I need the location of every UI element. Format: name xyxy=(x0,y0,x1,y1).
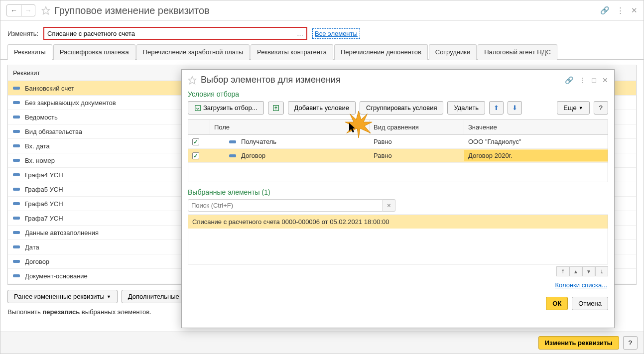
condition-row[interactable]: Договор Равно Договор 2020г. xyxy=(188,149,608,163)
change-input[interactable] xyxy=(44,30,294,37)
ok-button[interactable]: ОК xyxy=(546,297,568,310)
modal-header: Выбор элементов для изменения 🔗 ⋮ □ ✕ xyxy=(182,70,614,90)
modal-buttons: ОК Отмена xyxy=(182,292,614,315)
row-icon xyxy=(13,260,20,263)
cond-field: Получатель xyxy=(241,138,276,145)
chevron-down-icon: ▼ xyxy=(107,294,111,299)
move-up-button[interactable]: ⬆ xyxy=(489,101,504,115)
cond-field: Договор xyxy=(241,152,265,159)
close-icon[interactable]: ✕ xyxy=(631,6,638,15)
prev-changed-button[interactable]: Ранее измененные реквизиты ▼ xyxy=(7,290,118,303)
row-label: Ведомость xyxy=(25,114,58,121)
row-icon xyxy=(13,87,20,90)
row-label: Вх. дата xyxy=(25,142,50,150)
tab-salary-transfer[interactable]: Перечисление заработной платы xyxy=(136,44,250,60)
row-label: Графа4 УСН xyxy=(25,171,63,179)
header-bar: ← → Групповое изменение реквизитов 🔗 ⋮ ✕ xyxy=(0,0,644,21)
tab-deponent-transfer[interactable]: Перечисление депонентов xyxy=(334,44,428,60)
result-row[interactable]: Списание с расчетного счета 0000-000006 … xyxy=(188,215,608,229)
arrow-up-icon: ⬆ xyxy=(494,104,499,112)
row-icon xyxy=(229,140,236,143)
row-label: Дата xyxy=(25,243,39,251)
condition-checkbox[interactable] xyxy=(192,152,199,159)
tab-counterparty-req[interactable]: Реквизиты контрагента xyxy=(251,44,333,60)
modal-help-button[interactable]: ? xyxy=(594,101,608,115)
link-icon[interactable]: 🔗 xyxy=(600,6,610,15)
link-icon[interactable]: 🔗 xyxy=(565,76,573,84)
row-icon xyxy=(13,217,20,220)
cancel-button[interactable]: Отмена xyxy=(572,297,608,310)
search-input[interactable] xyxy=(188,199,383,212)
tab-requisites[interactable]: Реквизиты xyxy=(7,44,52,60)
cond-header-field: Поле xyxy=(210,120,370,134)
nav-buttons: ← → xyxy=(6,4,35,16)
row-icon xyxy=(13,245,20,248)
row-icon xyxy=(13,274,20,277)
row-icon xyxy=(13,144,20,147)
cond-val: Договор 2020г. xyxy=(464,150,608,161)
svg-marker-1 xyxy=(189,76,196,84)
select-dots-icon[interactable]: … xyxy=(294,30,306,37)
delete-button[interactable]: Удалить xyxy=(447,101,485,115)
row-icon xyxy=(13,116,20,118)
row-label: Договор xyxy=(25,258,49,265)
result-list: Списание с расчетного счета 0000-000006 … xyxy=(188,215,608,264)
row-label: Вх. номер xyxy=(25,157,55,164)
more-button[interactable]: Еще ▼ xyxy=(557,101,589,115)
back-button[interactable]: ← xyxy=(7,5,21,16)
page-title: Групповое изменение реквизитов xyxy=(54,5,600,16)
tab-employees[interactable]: Сотрудники xyxy=(429,44,477,60)
modal-nav-buttons: ⤒ ▲ ▼ ⤓ xyxy=(182,264,614,278)
row-icon xyxy=(13,130,20,133)
selected-section: Выбранные элементы (1) × Списание с расч… xyxy=(182,182,614,264)
additional-button[interactable]: Дополнительные xyxy=(122,290,186,303)
row-label: Документ-основание xyxy=(25,272,88,280)
load-filter-button[interactable]: Загрузить отбор... xyxy=(188,101,264,115)
cond-header-check xyxy=(188,120,210,134)
selected-section-title: Выбранные элементы (1) xyxy=(188,188,608,199)
nav-last-button[interactable]: ⤓ xyxy=(595,266,608,276)
form-row: Изменять: … Все элементы xyxy=(0,21,644,44)
columns-link[interactable]: Колонки списка... xyxy=(555,281,607,289)
row-icon xyxy=(13,101,20,104)
nav-down-button[interactable]: ▼ xyxy=(582,266,595,276)
tab-vat-agent[interactable]: Налоговый агент НДС xyxy=(478,44,557,60)
group-conditions-button[interactable]: Сгруппировать условия xyxy=(360,101,444,115)
move-down-button[interactable]: ⬇ xyxy=(508,101,522,115)
row-label: Графа6 УСН xyxy=(25,200,63,208)
row-label: Вид обязательства xyxy=(25,128,82,135)
row-icon xyxy=(13,188,20,191)
columns-link-row: Колонки списка... xyxy=(182,278,614,292)
menu-icon[interactable]: ⋮ xyxy=(617,6,624,15)
change-requisites-button[interactable]: Изменить реквизиты xyxy=(538,336,619,350)
svg-rect-2 xyxy=(195,105,201,111)
all-elements-link[interactable]: Все элементы xyxy=(312,28,360,39)
add-condition-button[interactable]: Добавить условие xyxy=(288,101,356,115)
condition-checkbox[interactable] xyxy=(192,138,199,145)
forward-button[interactable]: → xyxy=(21,5,35,16)
cond-comp: Равно xyxy=(370,150,464,161)
menu-icon[interactable]: ⋮ xyxy=(579,76,586,84)
save-filter-button[interactable] xyxy=(268,102,284,115)
row-icon xyxy=(13,202,20,205)
cond-header-comp: Вид сравнения xyxy=(370,120,464,134)
condition-row[interactable]: Получатель Равно ООО "Гладиолус" xyxy=(188,135,608,149)
load-icon xyxy=(194,105,201,112)
row-icon xyxy=(13,159,20,162)
favorite-icon[interactable] xyxy=(188,76,197,85)
select-elements-dialog: Выбор элементов для изменения 🔗 ⋮ □ ✕ Ус… xyxy=(181,69,615,328)
close-icon[interactable]: ✕ xyxy=(602,76,608,84)
tabs-bar: Реквизиты Расшифровка платежа Перечислен… xyxy=(0,44,644,60)
change-label: Изменять: xyxy=(7,30,38,37)
row-label: Графа5 УСН xyxy=(25,186,63,193)
nav-up-button[interactable]: ▲ xyxy=(569,266,582,276)
row-icon xyxy=(13,231,20,234)
nav-first-button[interactable]: ⤒ xyxy=(556,266,569,276)
clear-search-button[interactable]: × xyxy=(383,199,395,212)
help-button[interactable]: ? xyxy=(623,336,638,350)
favorite-icon[interactable] xyxy=(41,6,50,15)
change-select[interactable]: … xyxy=(43,27,307,40)
maximize-icon[interactable]: □ xyxy=(592,76,596,84)
tab-payment-breakdown[interactable]: Расшифровка платежа xyxy=(53,44,135,60)
main-window: ← → Групповое изменение реквизитов 🔗 ⋮ ✕… xyxy=(0,0,644,354)
